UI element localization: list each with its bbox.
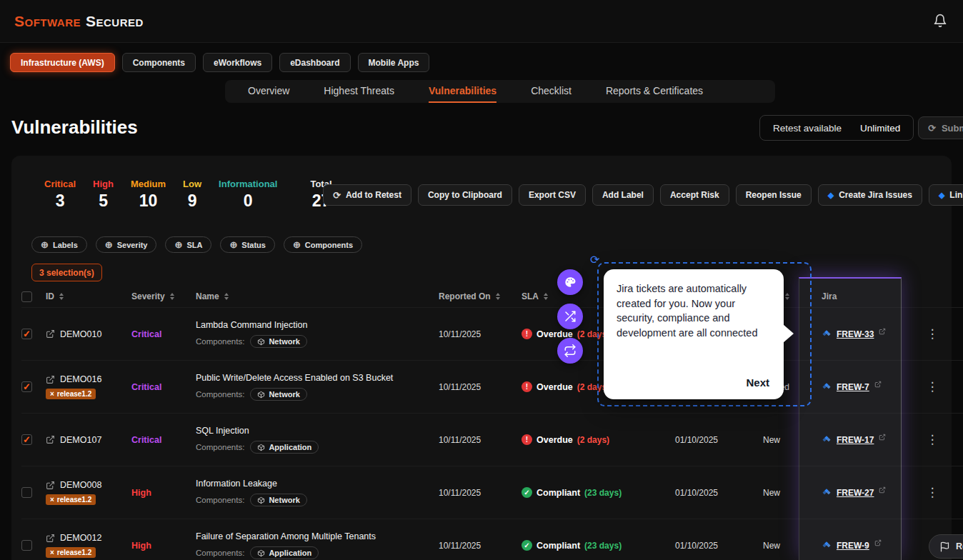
row-menu-button[interactable]: ⋮	[902, 485, 963, 500]
action-button[interactable]: Accept Risk	[660, 184, 729, 206]
section-nav-item[interactable]: Vulnerabilities	[429, 80, 497, 103]
table-header: ID Severity Name Reported On SLA Due Dat…	[21, 286, 963, 307]
sort-icon[interactable]	[59, 293, 64, 300]
row-id-link[interactable]: DEMO010	[60, 329, 101, 339]
action-button[interactable]: ◆ Link Jira Issues	[929, 184, 963, 206]
row-checkbox[interactable]	[21, 540, 32, 551]
vulnerability-name[interactable]: Public Write/Delete Access Enabled on S3…	[196, 373, 393, 383]
filter-pill[interactable]: ⊕ Components	[284, 236, 362, 253]
row-id-link[interactable]: DEMO016	[60, 374, 101, 384]
project-tab[interactable]: eDashboard	[279, 53, 350, 72]
component-badge[interactable]: Network	[250, 335, 306, 348]
remove-label-icon[interactable]: ×	[50, 390, 54, 398]
section-nav-item[interactable]: Reports & Certificates	[606, 80, 703, 103]
filter-pill[interactable]: ⊕ Labels	[31, 236, 87, 253]
sort-icon[interactable]	[224, 293, 229, 300]
kebab-icon: ⋮	[927, 326, 939, 341]
row-checkbox[interactable]: ✓	[21, 434, 32, 445]
theme-palette-button[interactable]	[557, 269, 583, 295]
component-badge[interactable]: Application	[250, 441, 319, 454]
project-tab[interactable]: Mobile Apps	[358, 53, 430, 72]
report-button[interactable]: Report	[929, 534, 963, 559]
section-nav-label: Vulnerabilities	[429, 85, 497, 96]
project-tab-label: eWorkflows	[214, 58, 261, 68]
filter-pill[interactable]: ⊕ Status	[220, 236, 275, 253]
remove-label-icon[interactable]: ×	[50, 549, 54, 556]
section-nav-label: Checklist	[531, 85, 572, 96]
external-link-icon[interactable]	[46, 534, 55, 543]
row-id-link[interactable]: DEMO107	[60, 435, 101, 445]
project-tab-label: eDashboard	[290, 58, 339, 68]
component-badge[interactable]: Network	[250, 494, 306, 506]
jira-issue-link[interactable]: FREW-17	[837, 435, 874, 445]
remove-label-icon[interactable]: ×	[50, 496, 54, 504]
action-button-label: Add Label	[602, 190, 644, 200]
notifications-button[interactable]	[933, 14, 949, 29]
tour-refresh-icon[interactable]: ⟳	[590, 253, 599, 266]
component-name: Application	[269, 443, 311, 451]
sort-icon[interactable]	[785, 293, 789, 300]
shuffle-icon	[564, 310, 577, 323]
vulnerability-name[interactable]: Information Leakage	[196, 479, 277, 489]
filter-pill[interactable]: ⊕ Severity	[96, 236, 157, 253]
jira-issue-link[interactable]: FREW-33	[837, 329, 874, 339]
project-tab-label: Infrastructure (AWS)	[21, 58, 104, 68]
transfer-button[interactable]	[557, 338, 583, 364]
row-checkbox[interactable]: ✓	[21, 329, 32, 339]
project-tab[interactable]: eWorkflows	[203, 53, 272, 72]
submit-retest-button[interactable]: ⟳ Submit Retest	[918, 116, 963, 139]
action-button[interactable]: Reopen Issue	[736, 184, 812, 206]
component-badge[interactable]: Network	[250, 388, 306, 401]
project-tab[interactable]: Infrastructure (AWS)	[10, 53, 115, 72]
label-badge[interactable]: × release1.2	[46, 389, 96, 399]
filter-pill[interactable]: ⊕ SLA	[165, 236, 211, 253]
row-menu-button[interactable]: ⋮	[902, 326, 963, 341]
tour-next-button[interactable]: Next	[746, 375, 769, 390]
row-menu-button[interactable]: ⋮	[902, 379, 963, 394]
section-nav-item[interactable]: Highest Threats	[324, 80, 394, 103]
external-link-icon[interactable]	[879, 434, 886, 441]
label-badge[interactable]: × release1.2	[46, 547, 96, 558]
external-link-icon[interactable]	[46, 481, 55, 490]
external-link-icon[interactable]	[46, 375, 55, 384]
row-checkbox[interactable]: ✓	[21, 381, 32, 392]
reported-on-value: 10/11/2025	[439, 382, 522, 392]
action-button[interactable]: ⟳ Add to Retest	[323, 184, 411, 206]
sla-status-icon: !	[522, 434, 532, 445]
row-id-link[interactable]: DEMO008	[60, 480, 101, 490]
external-link-icon[interactable]	[46, 329, 55, 339]
action-button-label: Add to Retest	[346, 190, 401, 200]
label-badge[interactable]: × release1.2	[46, 494, 96, 505]
retest-available-label: Retest available	[773, 123, 842, 134]
vulnerability-name[interactable]: SQL Injection	[196, 426, 249, 436]
component-badge[interactable]: Application	[250, 546, 319, 559]
external-link-icon[interactable]	[874, 381, 882, 388]
jira-issue-link[interactable]: FREW-7	[837, 382, 869, 392]
jira-issue-link[interactable]: FREW-27	[837, 488, 874, 498]
external-link-icon[interactable]	[46, 435, 55, 444]
action-button[interactable]: ◆ Create Jira Issues	[818, 184, 922, 206]
sort-icon[interactable]	[544, 293, 548, 300]
section-nav-item[interactable]: Overview	[248, 80, 289, 103]
row-id-link[interactable]: DEMO012	[60, 533, 101, 543]
external-link-icon[interactable]	[879, 328, 886, 335]
shuffle-button[interactable]	[557, 304, 583, 329]
row-menu-button[interactable]: ⋮	[902, 432, 963, 447]
jira-issue-link[interactable]: FREW-9	[837, 541, 869, 551]
section-nav-item[interactable]: Checklist	[531, 80, 572, 103]
external-link-icon[interactable]	[879, 486, 886, 494]
vulnerability-name[interactable]: Lambda Command Injection	[196, 320, 307, 330]
sort-icon[interactable]	[496, 293, 500, 300]
row-checkbox[interactable]	[21, 487, 32, 498]
vulnerability-name[interactable]: Failure of Separation Among Multiple Ten…	[196, 531, 376, 541]
action-button[interactable]: Copy to Clipboard	[418, 184, 512, 206]
action-button[interactable]: Export CSV	[519, 184, 586, 206]
component-name: Network	[269, 390, 299, 399]
due-date-value: 01/10/2025	[650, 541, 743, 551]
sort-icon[interactable]	[170, 293, 174, 300]
project-tab[interactable]: Components	[122, 53, 196, 72]
select-all-checkbox[interactable]	[21, 291, 32, 302]
action-button[interactable]: Add Label	[592, 184, 654, 206]
external-link-icon[interactable]	[874, 539, 882, 546]
selection-count-badge: 3 selection(s)	[31, 264, 102, 281]
